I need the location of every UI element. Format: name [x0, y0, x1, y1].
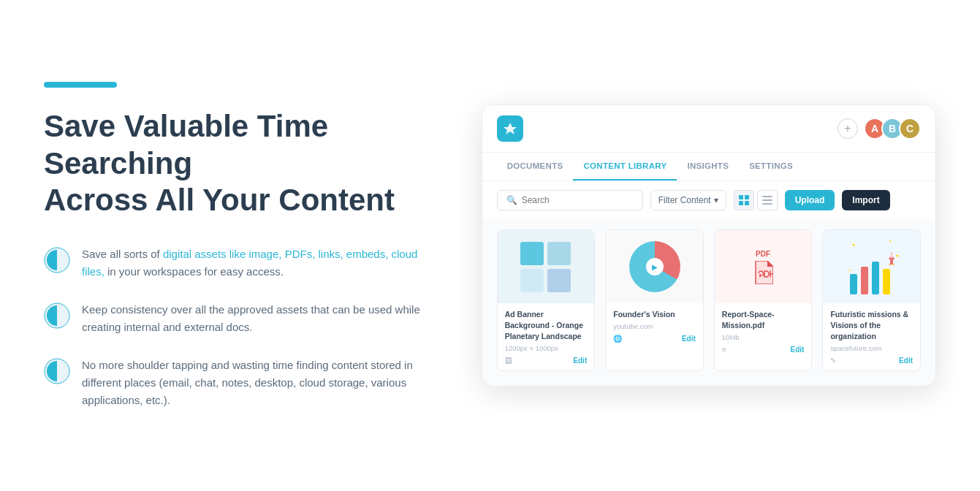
nav-documents[interactable]: DOCUMENTS [497, 153, 574, 180]
card-footer-4: ✎ Edit [830, 357, 913, 365]
video-icon: 🌐 [613, 335, 622, 343]
feature-icon-2 [44, 302, 70, 329]
card-title-2: Founder's Vision [613, 309, 696, 320]
svg-rect-14 [850, 274, 857, 294]
svg-rect-17 [883, 269, 890, 294]
import-button[interactable]: Import [842, 190, 889, 210]
avatar-group: A B C [864, 118, 921, 140]
play-button[interactable]: ▶ [646, 258, 664, 275]
feature-text-2: Keep consistency over all the approved a… [82, 301, 423, 336]
pencil-icon: ✎ [830, 357, 836, 365]
grid-icon [739, 195, 749, 205]
card-footer-3: ≡ Edit [722, 346, 805, 354]
card-thumbnail-4 [823, 230, 920, 303]
feature-text-3: No more shoulder tapping and wasting tim… [82, 357, 423, 409]
search-box[interactable]: 🔍 [497, 190, 643, 210]
futuristic-illustration [839, 234, 905, 300]
pdf-thumb: PDF [715, 230, 812, 303]
nav-settings[interactable]: SETTINGS [739, 153, 803, 180]
filter-label: Filter Content [658, 195, 711, 205]
nav-insights[interactable]: INSIGHTS [677, 153, 739, 180]
app-window: + A B C DOCUMENTS [482, 104, 936, 386]
accent-bar [44, 82, 117, 88]
feature-text-1: Save all sorts of digital assets like im… [82, 246, 423, 281]
image-icon: 🖼 [505, 357, 512, 365]
svg-rect-9 [762, 203, 772, 205]
card-title-4: Futuristic missions & Visions of the org… [830, 309, 913, 341]
header-right: + A B C [837, 118, 921, 140]
search-icon: 🔍 [506, 195, 517, 205]
chevron-down-icon: ▾ [714, 195, 718, 205]
heading-line2: Across All Your Content [44, 183, 395, 217]
app-logo [497, 115, 523, 142]
list-view-button[interactable] [757, 190, 778, 210]
content-grid: Ad Banner Background - Orange Planetary … [482, 219, 935, 385]
card-subtitle-1: 1200px × 1000px [505, 344, 588, 352]
card-subtitle-4: spacefuture.com [830, 344, 913, 352]
feature-item-1: Save all sorts of digital assets like im… [44, 246, 423, 281]
content-card-2: ▶ Founder's Vision youtube.com 🌐 Edit [605, 229, 704, 370]
doc-icon: ≡ [722, 346, 726, 354]
svg-rect-7 [762, 196, 772, 197]
app-toolbar: 🔍 Filter Content ▾ [482, 181, 935, 219]
card-thumbnail-3: PDF [715, 230, 812, 303]
svg-rect-3 [739, 195, 743, 199]
feature-list: Save all sorts of digital assets like im… [44, 246, 423, 409]
nav-content-library[interactable]: CONTENT LiBrARY [573, 153, 677, 180]
card-footer-2: 🌐 Edit [613, 335, 696, 343]
svg-point-12 [896, 255, 898, 257]
svg-rect-15 [861, 267, 868, 294]
right-section: + A B C DOCUMENTS [482, 104, 936, 386]
svg-point-11 [889, 240, 891, 242]
app-nav: DOCUMENTS CONTENT LiBrARY INSIGHTS SETTI… [482, 153, 935, 181]
card-thumbnail-1 [498, 230, 595, 303]
view-toggle [734, 190, 778, 210]
svg-rect-6 [745, 201, 749, 205]
card-meta-2: Founder's Vision youtube.com 🌐 Edit [606, 303, 703, 349]
card-title-3: Report-Space-Mission.pdf [722, 309, 805, 330]
card-subtitle-2: youtube.com [613, 322, 696, 330]
edit-link-4[interactable]: Edit [899, 357, 913, 365]
svg-point-18 [889, 254, 894, 258]
card-title-1: Ad Banner Background - Orange Planetary … [505, 309, 588, 341]
search-input[interactable] [522, 195, 634, 205]
main-heading: Save Valuable Time Searching Across All … [44, 108, 423, 218]
edit-link-1[interactable]: Edit [573, 357, 587, 365]
feature-icon-1 [44, 247, 70, 273]
filter-dropdown[interactable]: Filter Content ▾ [650, 190, 726, 210]
content-card-1: Ad Banner Background - Orange Planetary … [497, 229, 596, 370]
svg-rect-8 [762, 199, 772, 201]
add-button[interactable]: + [837, 118, 858, 139]
heading-line1: Save Valuable Time Searching [44, 109, 328, 180]
pdf-icon [753, 261, 773, 284]
grid-view-button[interactable] [734, 190, 754, 210]
feature-item-3: No more shoulder tapping and wasting tim… [44, 357, 423, 409]
left-section: Save Valuable Time Searching Across All … [44, 82, 423, 408]
card-meta-1: Ad Banner Background - Orange Planetary … [498, 303, 595, 370]
upload-button[interactable]: Upload [785, 190, 835, 210]
list-icon [762, 195, 772, 205]
video-circle: ▶ [629, 241, 680, 292]
pdf-label: PDF [756, 250, 770, 258]
card-thumbnail-2: ▶ [606, 230, 703, 303]
app-header: + A B C [482, 105, 935, 153]
content-card-3: PDF Report-Space-Mission.pdf 10Mb [714, 229, 813, 370]
avatar-3: C [899, 118, 921, 140]
card-subtitle-3: 10Mb [722, 333, 805, 341]
card-meta-4: Futuristic missions & Visions of the org… [823, 303, 920, 370]
content-card-4: Futuristic missions & Visions of the org… [822, 229, 921, 370]
card-meta-3: Report-Space-Mission.pdf 10Mb ≡ Edit [715, 303, 812, 359]
svg-rect-4 [745, 195, 749, 199]
page-container: Save Valuable Time Searching Across All … [44, 82, 936, 408]
edit-link-3[interactable]: Edit [791, 346, 805, 354]
svg-rect-5 [739, 201, 743, 205]
feature-item-2: Keep consistency over all the approved a… [44, 301, 423, 336]
feature-icon-3 [44, 358, 70, 384]
edit-link-2[interactable]: Edit [682, 335, 696, 343]
svg-point-10 [852, 244, 854, 246]
svg-rect-16 [872, 262, 879, 294]
svg-point-13 [849, 270, 851, 271]
card-footer-1: 🖼 Edit [505, 357, 588, 365]
